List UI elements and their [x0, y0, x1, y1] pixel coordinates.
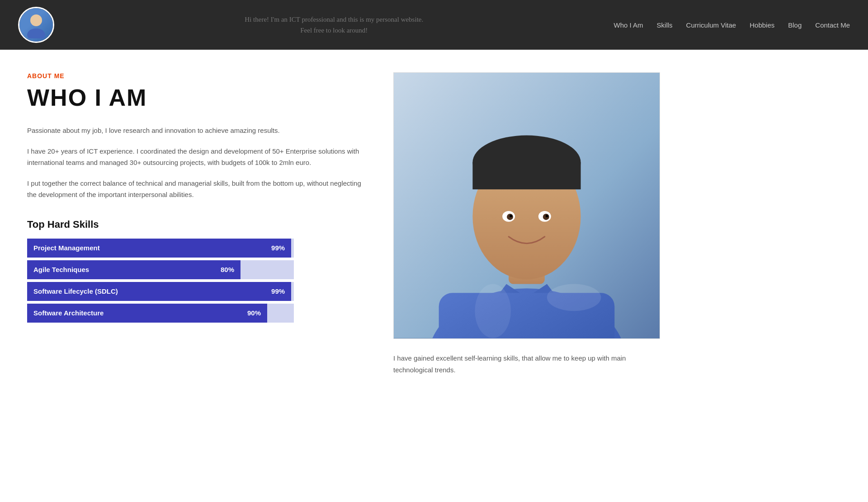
skill-name: Software Architecture: [33, 309, 104, 317]
nav-blog[interactable]: Blog: [788, 21, 802, 29]
bio-para-1: Passionate about my job, I love research…: [27, 125, 366, 136]
skill-bars: Project Management99%Agile Techniques80%…: [27, 239, 366, 323]
skill-name: Project Management: [33, 244, 100, 252]
svg-rect-7: [472, 162, 580, 189]
skill-percent: 99%: [271, 244, 285, 252]
skills-title: Top Hard Skills: [27, 219, 366, 230]
skill-bar-item: Project Management99%: [27, 239, 366, 258]
header-tagline: Hi there! I'm an ICT professional and th…: [54, 14, 614, 36]
nav-hobbies[interactable]: Hobbies: [750, 21, 774, 29]
skill-bar-item: Software Architecture90%: [27, 304, 366, 323]
svg-point-12: [509, 215, 512, 217]
svg-point-0: [30, 14, 42, 26]
svg-point-18: [547, 284, 601, 311]
main-nav: Who I Am Skills Curriculum Vitae Hobbies…: [614, 21, 850, 29]
section-label: ABOUT ME: [27, 72, 366, 80]
skill-name: Agile Techniques: [33, 266, 89, 273]
left-column: ABOUT ME WHO I AM Passionate about my jo…: [27, 72, 366, 375]
nav-skills[interactable]: Skills: [657, 21, 673, 29]
profile-photo: [393, 72, 660, 339]
bio-para-2: I have 20+ years of ICT experience. I co…: [27, 145, 366, 169]
avatar: [18, 7, 54, 43]
nav-cv[interactable]: Curriculum Vitae: [686, 21, 736, 29]
right-column: I have gained excellent self-learning sk…: [393, 72, 660, 375]
svg-point-1: [27, 28, 45, 38]
main-content: ABOUT ME WHO I AM Passionate about my jo…: [0, 50, 868, 403]
skill-percent: 80%: [221, 266, 234, 273]
skill-name: Software Lifecycle (SDLC): [33, 287, 118, 295]
skill-bar-item: Agile Techniques80%: [27, 260, 366, 279]
nav-contact[interactable]: Contact Me: [815, 21, 850, 29]
bio-para-3: I put together the correct balance of te…: [27, 178, 366, 201]
nav-who-i-am[interactable]: Who I Am: [614, 21, 643, 29]
site-header: Hi there! I'm an ICT professional and th…: [0, 0, 868, 50]
page-title: WHO I AM: [27, 84, 366, 111]
skill-percent: 99%: [271, 287, 285, 295]
right-caption: I have gained excellent self-learning sk…: [393, 352, 660, 375]
svg-point-17: [475, 284, 511, 338]
skill-percent: 90%: [247, 309, 261, 317]
skill-bar-item: Software Lifecycle (SDLC)99%: [27, 282, 366, 301]
skills-section: Top Hard Skills Project Management99%Agi…: [27, 219, 366, 323]
svg-point-13: [546, 215, 548, 217]
